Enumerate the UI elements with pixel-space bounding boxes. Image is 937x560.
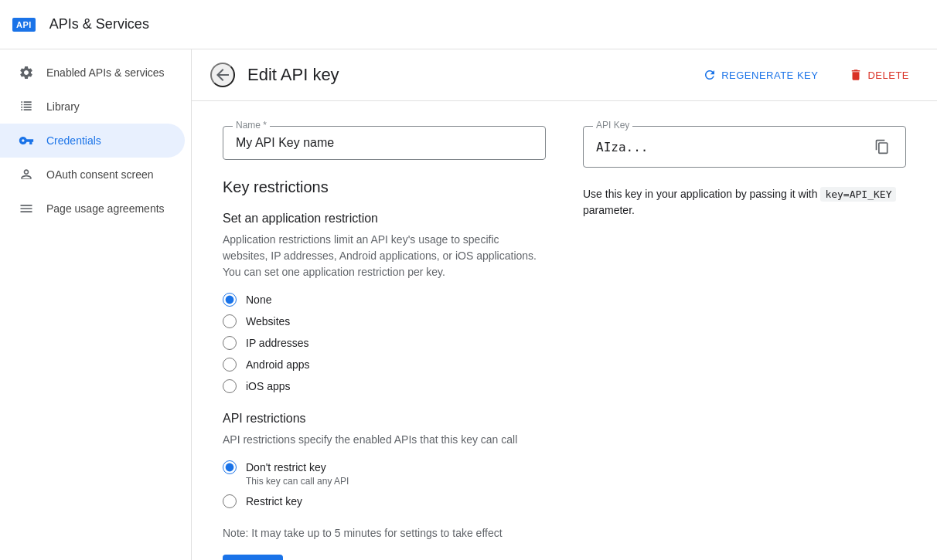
api-key-field-wrapper: API Key AIza...: [583, 126, 906, 168]
action-buttons: SAVE CANCEL: [223, 555, 546, 560]
radio-dont-restrict-input[interactable]: [223, 460, 237, 474]
radio-restrict-key-input[interactable]: [223, 494, 237, 508]
sidebar-item-label: Library: [46, 100, 80, 113]
radio-dont-restrict-label: Don't restrict key: [246, 461, 326, 473]
radio-dont-restrict-sublabel: This key can call any API: [246, 476, 546, 487]
api-restriction-title: API restrictions: [223, 412, 546, 426]
regenerate-key-button[interactable]: REGENERATE KEY: [693, 62, 827, 88]
delete-label: DELETE: [867, 70, 909, 81]
main-content: Edit API key REGENERATE KEY DELETE: [192, 49, 937, 560]
name-field-label: Name *: [233, 120, 270, 131]
grid-icon: [19, 99, 34, 114]
header-actions: REGENERATE KEY DELETE: [693, 62, 918, 88]
name-field-group: Name *: [223, 126, 546, 160]
radio-ip-input[interactable]: [223, 336, 237, 350]
app-restriction-desc: Application restrictions limit an API ke…: [223, 232, 546, 280]
radio-restrict-key-label: Restrict key: [246, 495, 302, 507]
copy-api-key-button[interactable]: [871, 136, 893, 158]
content-left: Name * Key restrictions Set an applicati…: [223, 126, 546, 560]
sidebar-item-oauth[interactable]: OAuth consent screen: [0, 158, 185, 192]
app-logo: API APIs & Services: [12, 16, 149, 32]
page-header: Edit API key REGENERATE KEY DELETE: [192, 49, 937, 101]
radio-android-input[interactable]: [223, 358, 237, 372]
radio-websites[interactable]: Websites: [223, 314, 546, 328]
radio-android-label: Android apps: [246, 358, 310, 371]
api-logo-text: API: [12, 18, 36, 32]
sidebar-item-library[interactable]: Library: [0, 90, 185, 124]
sidebar-item-label: Enabled APIs & services: [46, 66, 165, 79]
radio-none-input[interactable]: [223, 293, 237, 307]
app-restriction-radio-group: None Websites IP addresses Android: [223, 293, 546, 393]
api-restriction-section: API restrictions API restrictions specif…: [223, 412, 546, 508]
radio-ip-label: IP addresses: [246, 337, 308, 349]
sidebar-item-label: OAuth consent screen: [46, 168, 154, 181]
radio-ios-input[interactable]: [223, 379, 237, 393]
regenerate-key-label: REGENERATE KEY: [721, 70, 818, 81]
radio-dont-restrict-wrapper: Don't restrict key This key can call any…: [223, 460, 546, 487]
sidebar: Enabled APIs & services Library Credenti…: [0, 49, 192, 560]
app-restriction-title: Set an application restriction: [223, 212, 546, 226]
save-button[interactable]: SAVE: [223, 555, 283, 560]
radio-ip-addresses[interactable]: IP addresses: [223, 336, 546, 350]
app-title: APIs & Services: [49, 16, 149, 32]
gear-icon: [19, 65, 34, 80]
radio-none[interactable]: None: [223, 293, 546, 307]
radio-none-label: None: [246, 294, 271, 306]
radio-websites-label: Websites: [246, 315, 290, 328]
hint-code: key=API_KEY: [820, 187, 896, 202]
sidebar-item-credentials[interactable]: Credentials: [0, 124, 185, 158]
back-button[interactable]: [210, 63, 235, 87]
api-key-field-label: API Key: [593, 120, 632, 131]
application-restriction-section: Set an application restriction Applicati…: [223, 212, 546, 393]
hint-suffix: parameter.: [583, 204, 635, 216]
api-key-hint: Use this key in your application by pass…: [583, 186, 906, 219]
sidebar-item-enabled-apis[interactable]: Enabled APIs & services: [0, 56, 185, 90]
radio-ios-apps[interactable]: iOS apps: [223, 379, 546, 393]
name-input[interactable]: [236, 136, 533, 150]
name-field-wrapper: Name *: [223, 126, 546, 160]
sidebar-item-label: Page usage agreements: [46, 202, 165, 215]
api-key-field-group: API Key AIza...: [583, 126, 906, 168]
person-icon: [19, 167, 34, 182]
delete-button[interactable]: DELETE: [840, 62, 918, 88]
sidebar-item-page-usage[interactable]: Page usage agreements: [0, 192, 185, 226]
content-right: API Key AIza... Use this key in your app…: [583, 126, 906, 560]
content-area: Name * Key restrictions Set an applicati…: [192, 101, 937, 560]
list-icon: [19, 201, 34, 216]
page-title: Edit API key: [247, 65, 681, 85]
radio-ios-label: iOS apps: [246, 380, 291, 392]
radio-android-apps[interactable]: Android apps: [223, 358, 546, 372]
section-title: Key restrictions: [223, 178, 546, 196]
api-restriction-radio-group: Don't restrict key This key can call any…: [223, 460, 546, 508]
cancel-button[interactable]: CANCEL: [289, 555, 366, 560]
api-restriction-desc: API restrictions specify the enabled API…: [223, 432, 546, 448]
note-text: Note: It may take up to 5 minutes for se…: [223, 527, 546, 539]
radio-websites-input[interactable]: [223, 314, 237, 328]
main-layout: Enabled APIs & services Library Credenti…: [0, 49, 937, 560]
top-header: API APIs & Services: [0, 0, 937, 49]
sidebar-item-label: Credentials: [46, 134, 101, 147]
key-icon: [19, 133, 34, 148]
radio-restrict-key[interactable]: Restrict key: [223, 494, 546, 508]
hint-text: Use this key in your application by pass…: [583, 188, 820, 200]
radio-dont-restrict[interactable]: Don't restrict key: [223, 460, 546, 474]
api-key-value: AIza...: [596, 140, 871, 154]
